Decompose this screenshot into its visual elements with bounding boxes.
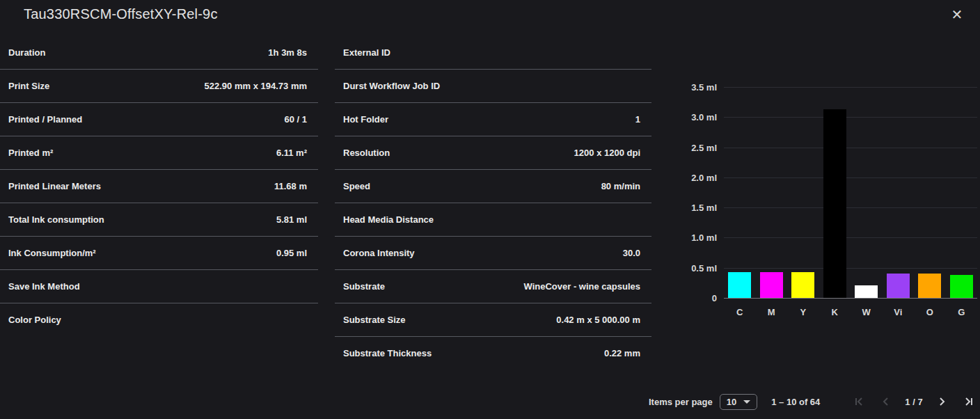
- detail-row-corona-intensity: Corona Intensity 30.0: [335, 237, 651, 270]
- detail-label: Substrate Thickness: [343, 348, 432, 358]
- detail-label: Ink Consumption/m²: [8, 248, 96, 258]
- detail-row-printed-planned: Printed / Planned 60 / 1: [0, 103, 318, 136]
- detail-row-save-ink-method: Save Ink Method: [0, 270, 318, 303]
- detail-value: 522.90 mm x 194.73 mm: [205, 81, 307, 91]
- detail-row-printed-m2: Printed m² 6.11 m²: [0, 136, 318, 170]
- detail-value: 1200 x 1200 dpi: [574, 148, 640, 158]
- y-axis-tick-label: 0: [668, 292, 717, 304]
- detail-row-hot-folder: Hot Folder 1: [335, 103, 651, 136]
- x-axis-tick-label: C: [724, 307, 756, 317]
- x-axis-tick-label: W: [851, 307, 883, 317]
- detail-row-print-size: Print Size 522.90 mm x 194.73 mm: [0, 70, 318, 103]
- detail-label: Substrate: [343, 281, 385, 292]
- last-page-icon: [963, 397, 973, 406]
- last-page-button[interactable]: [959, 393, 977, 411]
- close-icon[interactable]: ✕: [948, 6, 966, 24]
- x-axis-tick-label: Y: [787, 307, 819, 317]
- first-page-icon: [855, 397, 864, 406]
- y-axis-tick-label: 3.5 ml: [668, 81, 717, 93]
- bar-C: [728, 272, 751, 298]
- y-axis-tick-label: 2.0 ml: [668, 172, 717, 184]
- chevron-right-icon: [937, 397, 947, 406]
- caret-down-icon: [743, 400, 750, 404]
- detail-label: Corona Intensity: [343, 248, 415, 258]
- x-axis-tick-label: Vi: [883, 307, 915, 317]
- y-axis-tick-label: 2.5 ml: [668, 142, 717, 154]
- detail-row-substrate-size: Substrate Size 0.42 m x 5 000.00 m: [335, 303, 651, 337]
- y-axis-tick-label: 3.0 ml: [668, 111, 717, 123]
- detail-row-total-ink: Total Ink consumption 5.81 ml: [0, 203, 318, 237]
- detail-label: Printed Linear Meters: [8, 181, 101, 191]
- detail-value: 1: [635, 114, 640, 125]
- detail-value: 80 m/min: [601, 181, 640, 191]
- range-label: 1 – 10 of 64: [771, 397, 820, 407]
- detail-row-speed: Speed 80 m/min: [335, 170, 651, 203]
- detail-value: 0.95 ml: [276, 248, 307, 258]
- detail-label: Substrate Size: [343, 315, 406, 325]
- items-per-page-select[interactable]: 10: [720, 394, 757, 410]
- gridline: [724, 268, 977, 269]
- gridline: [724, 298, 977, 299]
- previous-page-button[interactable]: [877, 393, 895, 411]
- bar-Y: [791, 272, 814, 298]
- page-title: Tau330RSCM-OffsetXY-Rel-9c: [24, 6, 218, 22]
- x-axis-tick-label: O: [914, 307, 946, 317]
- detail-label: External ID: [343, 47, 390, 58]
- detail-value: 6.11 m²: [276, 148, 307, 158]
- next-page-button[interactable]: [933, 393, 951, 411]
- detail-label: Total Ink consumption: [8, 214, 104, 225]
- detail-row-substrate-thickness: Substrate Thickness 0.22 mm: [335, 337, 651, 370]
- detail-label: Hot Folder: [343, 114, 388, 125]
- detail-label: Resolution: [343, 148, 390, 158]
- gridline: [724, 177, 977, 178]
- bar-G: [950, 275, 973, 298]
- gridline: [724, 207, 977, 208]
- chart-plot: CMYKWViOG: [724, 77, 977, 299]
- detail-row-durst-workflow-job-id: Durst Workflow Job ID: [335, 70, 651, 103]
- bar-M: [760, 272, 783, 298]
- detail-value: WineCover - wine capsules: [524, 281, 641, 292]
- detail-row-printed-linear-meters: Printed Linear Meters 11.68 m: [0, 170, 318, 203]
- detail-row-duration: Duration 1h 3m 8s: [0, 36, 318, 70]
- detail-value: 5.81 ml: [276, 214, 307, 225]
- gridline: [724, 237, 977, 238]
- details-column-middle: External ID Durst Workflow Job ID Hot Fo…: [335, 36, 651, 370]
- detail-label: Save Ink Method: [8, 281, 80, 292]
- detail-value: 0.42 m x 5 000.00 m: [556, 315, 640, 325]
- detail-value: 60 / 1: [284, 114, 307, 125]
- x-axis-tick-label: K: [819, 307, 851, 317]
- detail-value: 0.22 mm: [604, 348, 640, 358]
- items-per-page-label: Items per page: [649, 397, 713, 407]
- detail-label: Duration: [8, 47, 45, 58]
- details-column-left: Duration 1h 3m 8s Print Size 522.90 mm x…: [0, 36, 318, 336]
- detail-row-external-id: External ID: [335, 36, 651, 70]
- detail-row-ink-per-m2: Ink Consumption/m² 0.95 ml: [0, 237, 318, 270]
- items-per-page-value: 10: [727, 397, 736, 407]
- detail-label: Print Size: [8, 81, 49, 91]
- x-axis-tick-label: G: [946, 307, 978, 317]
- ink-consumption-chart: CMYKWViOG 00.5 ml1.0 ml1.5 ml2.0 ml2.5 m…: [668, 77, 980, 331]
- detail-label: Color Policy: [8, 315, 61, 325]
- detail-row-color-policy: Color Policy: [0, 303, 318, 336]
- detail-value: 1h 3m 8s: [268, 47, 307, 58]
- page-indicator: 1 / 7: [905, 397, 922, 407]
- gridline: [724, 148, 977, 148]
- detail-value: 11.68 m: [274, 181, 307, 191]
- chevron-left-icon: [881, 397, 891, 406]
- detail-label: Printed m²: [8, 148, 53, 158]
- detail-row-head-media-distance: Head Media Distance: [335, 203, 651, 237]
- detail-label: Speed: [343, 181, 370, 191]
- detail-row-substrate: Substrate WineCover - wine capsules: [335, 270, 651, 303]
- paginator: Items per page 10 1 – 10 of 64 1 / 7: [649, 390, 977, 413]
- y-axis-tick-label: 0.5 ml: [668, 262, 717, 274]
- bar-W: [855, 285, 878, 298]
- detail-value: 30.0: [623, 248, 640, 258]
- first-page-button[interactable]: [851, 393, 869, 411]
- detail-label: Durst Workflow Job ID: [343, 81, 440, 91]
- y-axis-tick-label: 1.0 ml: [668, 232, 717, 244]
- bar-O: [918, 274, 941, 298]
- detail-label: Printed / Planned: [8, 114, 82, 125]
- x-axis-tick-label: M: [756, 307, 788, 317]
- gridline: [724, 117, 977, 118]
- detail-label: Head Media Distance: [343, 214, 434, 225]
